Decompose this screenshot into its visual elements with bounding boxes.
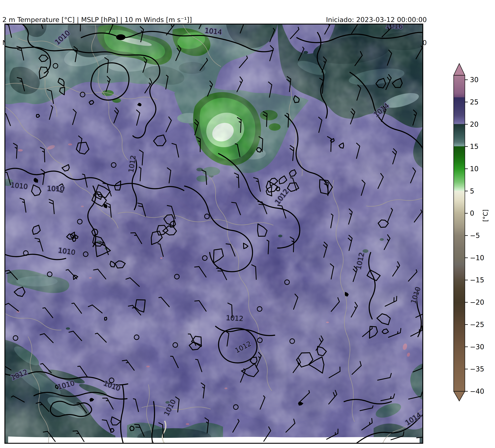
colorbar-tick-label: 15 — [470, 142, 479, 150]
pressure-contour-label: 1016 — [385, 24, 403, 30]
colorbar-tick-label: 30 — [470, 76, 479, 84]
colorbar-tick-label: −40 — [470, 387, 484, 395]
colorbar-area: 302520151050−5−10−15−20−25−30−35−40[°C] — [449, 59, 495, 407]
plot-title-line1: 2 m Temperature [°C] | MSLP [hPa] | 10 m… — [2, 16, 192, 24]
colorbar-tick-label: −35 — [470, 365, 484, 373]
colorbar-arrow-top — [454, 64, 465, 75]
closed-contour-blob — [104, 204, 107, 208]
colorbar-tick-label: 10 — [470, 165, 479, 173]
weather-plot-page: 2 m Temperature [°C] | MSLP [hPa] | 10 m… — [0, 0, 495, 448]
colorbar-tick-label: −10 — [470, 254, 484, 262]
colorbar-tick-label: −15 — [470, 276, 484, 284]
init-time-label: Iniciado: 2023-03-12 00:00:00 — [326, 16, 427, 24]
map-area: 1010101410161014101010101012101210121010… — [4, 24, 423, 444]
colorbar-tick-label: 20 — [470, 120, 479, 128]
colorbar-tick-label: 0 — [470, 209, 474, 217]
closed-contour-blob — [138, 103, 141, 106]
colorbar-tick-label: −25 — [470, 321, 484, 328]
pressure-contour-label: 1010 — [47, 184, 65, 193]
colorbar-arrow-bottom — [454, 391, 465, 401]
colorbar-tick-label: 25 — [470, 98, 479, 106]
colorbar-tick-label: −20 — [470, 298, 484, 306]
temperature-colorbar: 302520151050−5−10−15−20−25−30−35−40[°C] — [449, 59, 495, 407]
colorbar-tick-label: 5 — [470, 187, 474, 195]
colorbar-tick-label: −5 — [470, 231, 480, 240]
pressure-contour-label: 1012 — [226, 314, 244, 323]
colorbar-gradient-bar — [454, 75, 465, 391]
colorbar-unit-label: [°C] — [482, 209, 489, 222]
colorbar-tick-label: −30 — [470, 343, 484, 351]
weather-map: 1010101410161014101010101012101210121010… — [4, 24, 423, 444]
